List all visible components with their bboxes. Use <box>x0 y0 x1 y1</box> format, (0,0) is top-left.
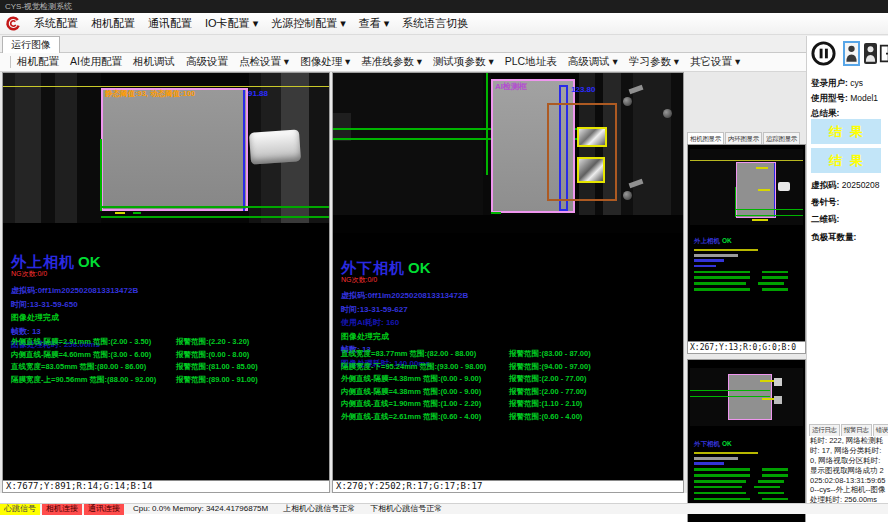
pixel-status-preview-upper: X:267;Y:13;R:0;G:0;B:0 <box>688 341 805 353</box>
measurement-value: 外侧直线-隔膜=2.91mm 范围:(2.00 - 3.50) <box>11 337 151 346</box>
measurement-value: 直线宽度=83.05mm 范围:(80.00 - 86.00) <box>11 362 146 371</box>
tool-advanced-settings[interactable]: 高级设置 <box>186 55 228 69</box>
preview-panel-upper[interactable]: 外上相机OK X:267;Y:13;R:0;G:0;B:0 <box>687 144 806 354</box>
measurement-value: 外侧直线-直线=2.61mm 范围:(0.60 - 4.00) <box>341 412 481 421</box>
process-done-text: 图像处理完成 <box>341 331 468 342</box>
menu-item-comm-config[interactable]: 通讯配置 <box>148 16 192 31</box>
measurement-alarm: 报警范围:(2.00 - 77.00) <box>509 387 587 397</box>
tool-learning-params[interactable]: 学习参数 ▾ <box>629 55 679 69</box>
mini-camera-image <box>690 368 803 426</box>
measurement-row: 隔膜宽度-下=95.24mm 范围:(93.00 - 98.00)报警范围:(9… <box>341 362 486 375</box>
mini-text-bar <box>694 249 758 252</box>
measurement-row: 外侧直线-直线=2.61mm 范围:(0.60 - 4.00)报警范围:(0.6… <box>341 412 486 425</box>
log-text: 耗时: 222, 网络检测耗时: 17, 网络分类耗时: 0, 网络视取分区耗时… <box>810 436 886 505</box>
scene-decoration <box>736 209 803 210</box>
tab-strip: 运行图像 <box>0 35 888 53</box>
result-badge-upper: 结果 <box>811 119 881 144</box>
menu-item-light-control-config[interactable]: 光源控制配置 ▾ <box>271 16 346 31</box>
scene-decoration <box>778 182 790 191</box>
upper-camera-heartbeat-text: 上相机心跳信号正常 <box>279 504 359 515</box>
result-badge-lower: 结果 <box>811 148 881 173</box>
scene-decoration <box>115 212 125 214</box>
model-row: 使用型号: Model1 <box>811 93 878 105</box>
scene-decoration <box>3 73 15 233</box>
log-tab-run[interactable]: 运行日志 <box>809 424 840 436</box>
tool-test-item-params[interactable]: 测试项参数 ▾ <box>433 55 494 69</box>
mini-text-bar <box>694 486 788 489</box>
tool-advanced-debug[interactable]: 高级调试 ▾ <box>568 55 618 69</box>
measurement-alarm: 报警范围:(0.60 - 4.00) <box>509 412 582 422</box>
tab-detect-rect-yellow <box>577 157 605 183</box>
scene-decoration <box>309 73 329 233</box>
virtual-code-value: 20250208 <box>842 180 880 190</box>
camera-name: 外上相机 <box>11 253 75 270</box>
threshold-label: 静态阈值:93, 动态阈值:100 <box>105 89 195 99</box>
pause-button[interactable] <box>810 40 837 67</box>
cpu-memory-text: Cpu: 0.0% Memory: 3424.41796875M <box>129 504 272 515</box>
menu-item-system-config[interactable]: 系统配置 <box>34 16 78 31</box>
log-tab-alarm[interactable]: 报警日志 <box>841 424 872 436</box>
measure-line-green <box>486 73 488 175</box>
time-text: 时间:13-31-59-627 <box>341 304 468 315</box>
measure-value-blue: 123.80 <box>571 85 595 94</box>
mini-text-bar <box>694 492 788 495</box>
app-logo-icon <box>5 16 21 32</box>
tool-camera-debug[interactable]: 相机调试 <box>133 55 175 69</box>
tool-baseline-params[interactable]: 基准线参数 ▾ <box>361 55 422 69</box>
result-ok-text: OK <box>408 259 431 276</box>
heartbeat-status-badge: 心跳信号 <box>0 504 40 515</box>
camera-image-lower[interactable]: AI检测框 123.80 <box>333 73 683 233</box>
scene-decoration <box>735 187 736 217</box>
tool-other-settings[interactable]: 其它设置 ▾ <box>690 55 740 69</box>
time-text: 时间:13-31-59-650 <box>11 299 138 310</box>
camera-image-upper[interactable]: 静态阈值:93, 动态阈值:100 91.88 <box>3 73 329 233</box>
preview-tab-camera[interactable]: 相机图显示 <box>687 132 724 144</box>
result-ok-text: OK <box>722 440 732 447</box>
main-area: 静态阈值:93, 动态阈值:100 91.88 外上相机OK NG次数:0/0 … <box>0 72 888 493</box>
tool-camera-config[interactable]: 相机配置 <box>17 55 59 69</box>
measurement-alarm: 报警范围:(89.00 - 91.00) <box>176 375 258 385</box>
total-result-label: 总结果: <box>811 108 839 118</box>
menu-item-language-switch[interactable]: 系统语言切换 <box>402 16 468 31</box>
measurement-alarm: 报警范围:(81.00 - 85.00) <box>176 362 258 372</box>
admin-user-button[interactable] <box>864 43 877 64</box>
preview-tab-track[interactable]: 追踪图显示 <box>763 132 800 144</box>
preview-panel-lower[interactable]: 外下相机OK X:311;Y:980;R:0;G:0;B:0 <box>687 359 806 522</box>
measurement-alarm: 报警范围:(1.10 - 2.10) <box>509 399 582 409</box>
measurement-alarm: 报警范围:(0.00 - 8.00) <box>176 350 249 360</box>
user-icon <box>864 43 877 64</box>
measurement-value: 隔膜宽度-上=90.56mm 范围:(88.00 - 92.00) <box>11 375 156 384</box>
qr-code-row: 二维码: <box>811 214 839 226</box>
login-user-label: 登录用户: <box>811 78 848 88</box>
scene-decoration <box>774 396 782 404</box>
reference-line-yellow <box>3 86 329 87</box>
measurement-value: 隔膜宽度-下=95.24mm 范围:(93.00 - 98.00) <box>341 362 486 371</box>
mini-text-bar <box>694 276 788 279</box>
measure-line-green <box>101 216 329 218</box>
tool-plc-address-table[interactable]: PLC地址表 <box>505 55 557 69</box>
log-tab-error[interactable]: 错误日志 <box>873 424 888 436</box>
menu-item-camera-config[interactable]: 相机配置 <box>91 16 135 31</box>
menu-item-view[interactable]: 查看 ▾ <box>359 16 390 31</box>
menu-item-io-card-config[interactable]: IO卡配置 ▾ <box>205 16 258 31</box>
toolbar: 相机配置 AI使用配置 相机调试 高级设置 点检设置 ▾ 图像处理 ▾ 基准线参… <box>0 53 888 72</box>
toolbar-grip <box>10 56 11 68</box>
scene-decoration <box>633 73 671 233</box>
tool-ai-usage-config[interactable]: AI使用配置 <box>70 55 122 69</box>
camera-name: 外下相机 <box>341 259 405 276</box>
tab-run-image[interactable]: 运行图像 <box>2 36 60 53</box>
scene-decoration <box>774 378 782 386</box>
scene-decoration <box>671 73 683 233</box>
preview-tab-inner[interactable]: 内环图显示 <box>725 132 762 144</box>
log-tab-strip: 运行日志 报警日志 错误日志 <box>809 424 888 436</box>
logout-button[interactable] <box>879 43 888 64</box>
scene-decoration <box>690 390 770 391</box>
comm-connection-badge: 通讯连接 <box>84 504 124 515</box>
tab-count-row: 负极耳数量: <box>811 232 856 244</box>
tool-spot-check-settings[interactable]: 点检设置 ▾ <box>239 55 289 69</box>
frame-count-text: 帧数: 13 <box>11 326 138 337</box>
virtual-code-text: 虚拟码:0ff1im2025020813313472B <box>11 285 138 296</box>
user-switch-button[interactable] <box>843 41 860 66</box>
tool-image-processing[interactable]: 图像处理 ▾ <box>300 55 350 69</box>
mini-text-bar <box>694 480 788 483</box>
